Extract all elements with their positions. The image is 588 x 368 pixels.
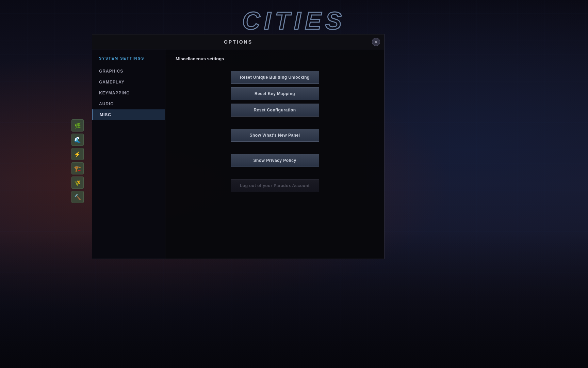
reset-configuration-button[interactable]: Reset Configuration — [231, 104, 319, 117]
reset-buttons-group: Reset Unique Building Unlocking Reset Ke… — [176, 71, 374, 117]
show-privacy-policy-button[interactable]: Show Privacy Policy — [231, 154, 319, 167]
close-button[interactable]: ✕ — [372, 38, 380, 46]
show-buttons-group: Show What's New Panel — [176, 129, 374, 142]
privacy-buttons-group: Show Privacy Policy — [176, 154, 374, 167]
reset-unique-building-button[interactable]: Reset Unique Building Unlocking — [231, 71, 319, 84]
reset-key-mapping-button[interactable]: Reset Key Mapping — [231, 87, 319, 100]
bottom-separator — [176, 199, 374, 199]
content-section-title: Miscellaneous settings — [176, 56, 374, 61]
spacer-1 — [176, 123, 374, 129]
sidebar-nav: SYSTEM SETTINGS GRAPHICS GAMEPLAY KEYMAP… — [92, 49, 165, 259]
dialog-header: OPTIONS ✕ — [92, 34, 384, 49]
sidebar-item-misc[interactable]: MISC — [92, 109, 165, 120]
toolbar-icon-2[interactable]: 🌊 — [71, 134, 84, 146]
game-title: CITIES — [242, 7, 346, 35]
show-whats-new-button[interactable]: Show What's New Panel — [231, 129, 319, 142]
dialog-title: OPTIONS — [224, 39, 252, 45]
logout-paradox-button[interactable]: Log out of your Paradox Account — [231, 179, 319, 192]
toolbar-icon-5[interactable]: 🌾 — [71, 177, 84, 189]
sidebar-item-keymapping[interactable]: KEYMAPPING — [92, 88, 165, 98]
side-toolbar: 🌿 🌊 ⚡ 🏗️ 🌾 🔨 — [71, 119, 84, 203]
spacer-2 — [176, 149, 374, 154]
sidebar-item-gameplay[interactable]: GAMEPLAY — [92, 77, 165, 88]
sidebar-item-audio[interactable]: AUDIO — [92, 98, 165, 109]
sidebar-item-graphics[interactable]: GRAPHICS — [92, 66, 165, 77]
spacer-3 — [176, 174, 374, 179]
toolbar-icon-1[interactable]: 🌿 — [71, 119, 84, 132]
toolbar-icon-4[interactable]: 🏗️ — [71, 162, 84, 174]
options-dialog: OPTIONS ✕ SYSTEM SETTINGS GRAPHICS GAMEP… — [92, 34, 385, 259]
logout-buttons-group: Log out of your Paradox Account — [176, 179, 374, 192]
content-area: Miscellaneous settings Reset Unique Buil… — [165, 49, 384, 259]
sidebar-section-title: SYSTEM SETTINGS — [92, 56, 165, 66]
toolbar-icon-3[interactable]: ⚡ — [71, 148, 84, 160]
toolbar-icon-6[interactable]: 🔨 — [71, 191, 84, 203]
dialog-body: SYSTEM SETTINGS GRAPHICS GAMEPLAY KEYMAP… — [92, 49, 384, 259]
